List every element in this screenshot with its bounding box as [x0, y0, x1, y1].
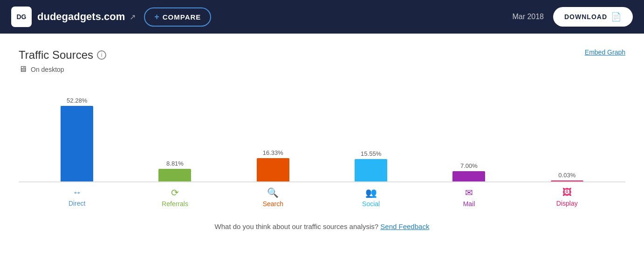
bar-group-social: 15.55%	[322, 89, 420, 181]
chart-label-referrals: ⟳Referrals	[126, 187, 224, 208]
download-label: DOWNLOAD	[564, 13, 607, 21]
bar-direct[interactable]	[61, 106, 93, 181]
display-label: Display	[556, 200, 578, 207]
chart-label-direct: ↔Direct	[28, 187, 126, 208]
main-content: Traffic Sources i 🖥 On desktop Embed Gra…	[0, 34, 644, 264]
header: DG dudegadgets.com ↗ + COMPARE Mar 2018 …	[0, 0, 644, 34]
mail-label: Mail	[463, 200, 475, 208]
bar-pct-direct: 52.28%	[67, 97, 87, 104]
date-label: Mar 2018	[512, 13, 544, 21]
feedback-row: What do you think about our traffic sour…	[19, 222, 625, 230]
bar-mail[interactable]	[452, 171, 485, 181]
referrals-icon: ⟳	[171, 187, 179, 198]
chart-area: 52.28%8.81%16.33%15.55%7.00%0.03%	[19, 89, 625, 182]
site-name: dudegadgets.com	[37, 11, 125, 23]
bar-group-display: 0.03%	[518, 89, 616, 181]
chart-label-mail: ✉Mail	[420, 187, 518, 208]
referrals-label: Referrals	[162, 200, 188, 208]
direct-icon: ↔	[72, 187, 82, 198]
compare-button[interactable]: + COMPARE	[144, 7, 211, 27]
bar-group-referrals: 8.81%	[126, 89, 224, 181]
chart-label-display: 🖼Display	[518, 187, 616, 208]
feedback-text: What do you think about our traffic sour…	[215, 222, 379, 230]
bar-group-mail: 7.00%	[420, 89, 518, 181]
chart-labels: ↔Direct⟳Referrals🔍Search👥Social✉Mail🖼Dis…	[19, 182, 625, 208]
plus-icon: +	[154, 12, 160, 22]
monitor-icon: 🖥	[19, 64, 27, 74]
bar-referrals[interactable]	[158, 169, 191, 181]
search-label: Search	[263, 200, 283, 208]
chart-label-search: 🔍Search	[224, 187, 322, 208]
compare-label: COMPARE	[163, 13, 201, 21]
bar-pct-mail: 7.00%	[460, 162, 478, 169]
bar-pct-display: 0.03%	[558, 172, 575, 179]
bar-pct-search: 16.33%	[263, 149, 283, 156]
embed-graph-link[interactable]: Embed Graph	[585, 49, 625, 56]
bar-display[interactable]	[551, 181, 583, 181]
bar-group-direct: 52.28%	[28, 89, 126, 181]
social-label: Social	[362, 200, 380, 208]
desktop-label: On desktop	[31, 66, 64, 73]
display-icon: 🖼	[562, 187, 572, 198]
title-row: Traffic Sources i	[19, 49, 106, 62]
info-icon[interactable]: i	[97, 50, 106, 60]
section-header: Traffic Sources i 🖥 On desktop Embed Gra…	[19, 49, 625, 85]
search-icon: 🔍	[267, 187, 279, 198]
desktop-row: 🖥 On desktop	[19, 64, 106, 74]
bar-pct-social: 15.55%	[361, 150, 381, 157]
section-title: Traffic Sources	[19, 49, 93, 62]
pdf-icon: 📄	[611, 12, 622, 22]
bar-pct-referrals: 8.81%	[166, 160, 184, 167]
bar-search[interactable]	[257, 158, 289, 181]
bar-social[interactable]	[355, 159, 387, 181]
download-button[interactable]: DOWNLOAD 📄	[553, 7, 633, 27]
header-right: Mar 2018 DOWNLOAD 📄	[512, 7, 633, 27]
feedback-link[interactable]: Send Feedback	[380, 222, 429, 230]
direct-label: Direct	[69, 200, 86, 207]
external-link-icon[interactable]: ↗	[130, 13, 136, 21]
bar-group-search: 16.33%	[224, 89, 322, 181]
logo: DG	[11, 7, 32, 27]
mail-icon: ✉	[465, 187, 473, 198]
social-icon: 👥	[365, 187, 377, 198]
chart-label-social: 👥Social	[322, 187, 420, 208]
